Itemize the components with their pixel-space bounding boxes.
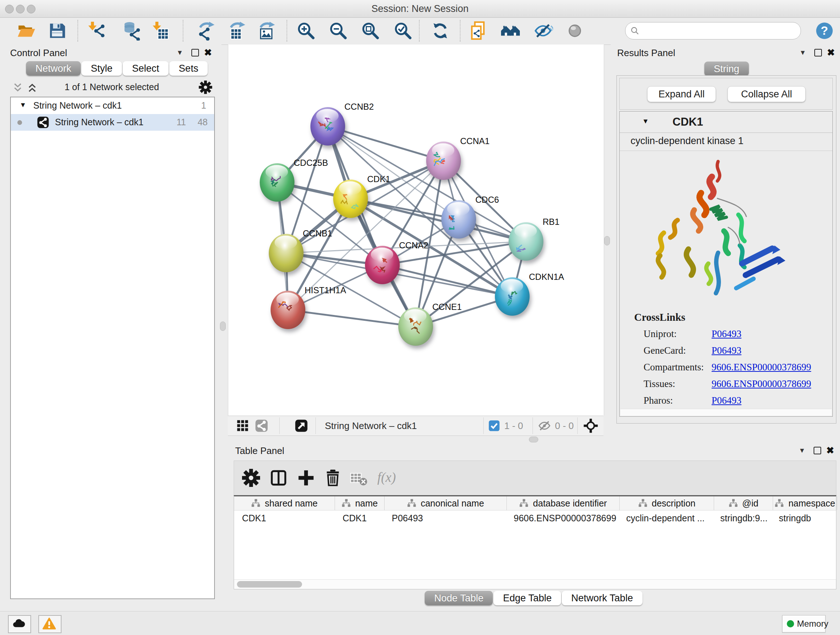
add-icon[interactable] <box>296 468 316 488</box>
column-header-name[interactable]: name <box>335 496 385 510</box>
network-node-CCNB2[interactable] <box>310 107 345 146</box>
network-edge[interactable] <box>288 310 416 326</box>
tab-node-table[interactable]: Node Table <box>425 591 493 605</box>
open-session-icon[interactable] <box>17 21 36 41</box>
results-scrollbar[interactable] <box>621 409 832 416</box>
cloud-icon[interactable] <box>8 615 31 633</box>
search-box[interactable] <box>625 22 801 40</box>
tab-network-table[interactable]: Network Table <box>562 591 643 605</box>
panel-menu-icon[interactable]: ▾ <box>797 47 808 58</box>
import-network-from-database-icon[interactable] <box>122 21 141 41</box>
crosslink-link[interactable]: P06493 <box>712 328 742 340</box>
columns-icon[interactable] <box>269 468 288 488</box>
tab-network[interactable]: Network <box>26 61 81 76</box>
crosslink-link[interactable]: 9606.ENSP00000378699 <box>712 378 811 390</box>
help-icon[interactable]: ? <box>815 21 834 41</box>
table-cell[interactable]: 9606.ENSP00000378699 <box>506 510 618 526</box>
column-header-canonicalname[interactable]: canonical name <box>385 496 507 510</box>
panel-float-icon[interactable] <box>812 445 823 456</box>
splitter-handle-right[interactable] <box>604 236 610 245</box>
table-cell[interactable]: CDK1 <box>335 510 384 526</box>
panel-float-icon[interactable] <box>813 47 823 58</box>
crosslink-link[interactable]: P06493 <box>712 395 742 406</box>
share-network-icon[interactable] <box>255 419 268 432</box>
table-cell[interactable]: stringdb:9... <box>712 510 771 526</box>
string-import-icon[interactable] <box>469 21 488 41</box>
network-row[interactable]: String Network – cdk1 11 48 <box>11 114 214 131</box>
birdseye-icon[interactable] <box>583 418 598 433</box>
network-node-CCNE1[interactable] <box>398 307 433 346</box>
table-cell[interactable]: cyclin-dependent ... <box>618 510 712 526</box>
expand-all-button[interactable]: Expand All <box>647 86 716 102</box>
memory-button[interactable]: Memory <box>782 615 826 632</box>
string-home-icon[interactable] <box>501 21 520 41</box>
chevron-double-down-icon[interactable] <box>11 81 24 94</box>
warning-icon[interactable] <box>38 615 62 633</box>
network-node-RB1[interactable] <box>508 222 543 261</box>
tab-string[interactable]: String <box>704 62 749 76</box>
tab-select[interactable]: Select <box>123 61 169 76</box>
scrollbar-thumb[interactable] <box>237 581 302 587</box>
collapse-section-icon[interactable]: ▼ <box>642 117 649 125</box>
network-edge[interactable] <box>328 126 444 161</box>
network-node-CDC25B[interactable] <box>260 163 294 202</box>
network-node-CCNA2[interactable] <box>365 246 400 284</box>
tab-sets[interactable]: Sets <box>169 61 208 76</box>
collapse-all-button[interactable]: Collapse All <box>728 86 806 102</box>
export-table-icon[interactable] <box>227 21 247 41</box>
column-header-sharedname[interactable]: shared name <box>234 496 335 510</box>
selected-checkbox-icon[interactable] <box>488 420 500 432</box>
network-edges <box>228 44 604 416</box>
panel-menu-icon[interactable]: ▾ <box>797 445 807 456</box>
zoom-in-icon[interactable] <box>296 21 316 41</box>
gene-card-header[interactable]: ▼ CDK1 <box>620 111 832 133</box>
network-node-HIST1H1A[interactable] <box>271 291 305 329</box>
tab-style[interactable]: Style <box>81 61 122 76</box>
export-image-icon[interactable] <box>257 21 276 41</box>
splitter-handle-left[interactable] <box>220 321 226 331</box>
panel-close-icon[interactable]: ✖ <box>826 47 836 58</box>
splitter-handle-bottom[interactable] <box>529 437 538 442</box>
apply-preferred-layout-icon[interactable] <box>431 21 450 41</box>
delete-icon[interactable] <box>323 468 343 488</box>
crosslink-link[interactable]: P06493 <box>712 345 742 356</box>
hidden-eye-icon[interactable] <box>538 419 551 432</box>
column-header-id[interactable]: @id <box>714 496 773 510</box>
table-cell[interactable]: CDK1 <box>234 510 335 526</box>
network-node-CDKN1A[interactable] <box>495 277 530 316</box>
tree-expander-icon[interactable]: ▼ <box>19 101 27 109</box>
export-network-icon[interactable] <box>196 21 216 41</box>
open-in-window-icon[interactable] <box>294 419 308 432</box>
tab-edge-table[interactable]: Edge Table <box>493 591 561 605</box>
search-input[interactable] <box>643 24 796 38</box>
zoom-fit-content-icon[interactable] <box>361 21 380 41</box>
import-network-from-file-icon[interactable] <box>87 21 106 41</box>
table-cell[interactable]: stringdb <box>771 510 835 526</box>
crosslink-label: GeneCard: <box>644 345 686 356</box>
zoom-out-icon[interactable] <box>328 21 348 41</box>
network-node-CDK1[interactable] <box>333 180 368 218</box>
network-node-CCNB1[interactable] <box>269 234 303 272</box>
import-table-from-file-icon[interactable] <box>150 21 170 41</box>
table-cell[interactable]: P06493 <box>384 510 506 526</box>
column-header-namespace[interactable]: namespace <box>773 496 837 510</box>
gear-icon[interactable] <box>198 80 213 95</box>
save-session-icon[interactable] <box>47 21 67 41</box>
table-row[interactable]: CDK1CDK1P064939606.ENSP00000378699cyclin… <box>234 510 836 526</box>
gear-icon[interactable] <box>241 468 261 488</box>
panel-close-icon[interactable]: ✖ <box>825 445 836 456</box>
zoom-selected-region-icon[interactable] <box>393 21 413 41</box>
network-node-CDC6[interactable] <box>441 200 476 239</box>
panel-close-icon[interactable]: ✖ <box>202 47 213 58</box>
grid-view-icon[interactable] <box>236 419 249 432</box>
network-canvas[interactable]: CCNB2CCNA1CDC25BCDK1CDC6RB1CCNB1CCNA2CDK… <box>228 44 604 416</box>
network-collection-row[interactable]: ▼ String Network – cdk1 1 <box>11 97 214 114</box>
network-node-CCNA1[interactable] <box>426 141 461 180</box>
string-glass-ball-icon[interactable] <box>534 21 553 41</box>
column-header-databaseidentifier[interactable]: database identifier <box>507 496 620 510</box>
panel-menu-icon[interactable]: ▾ <box>174 47 185 58</box>
column-header-description[interactable]: description <box>620 496 714 510</box>
panel-float-icon[interactable] <box>189 47 201 58</box>
crosslink-link[interactable]: 9606.ENSP00000378699 <box>712 362 811 373</box>
string-structure-ball-icon[interactable] <box>565 21 584 41</box>
